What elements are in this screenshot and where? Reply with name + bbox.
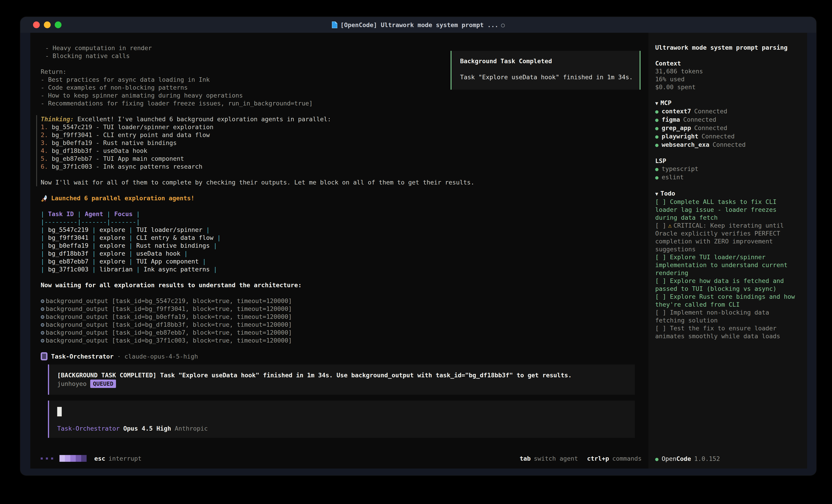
esc-hint: esc interrupt <box>94 455 141 462</box>
version-number: 1.0.152 <box>694 455 720 463</box>
todo-item: [ ] Complete ALL tasks to fix CLI loader… <box>655 198 797 222</box>
agent-model: claude-opus-4-5-high <box>125 353 198 360</box>
thinking-block: Thinking:Excellent! I've launched 6 back… <box>36 115 642 186</box>
tool-call-line: ⚙background_output [task_id=bg_f9ff3041,… <box>41 305 642 313</box>
context-heading: Context <box>655 59 797 67</box>
status-dot-icon: ● <box>655 108 658 116</box>
status-dot-icon: ● <box>655 455 658 463</box>
lsp-server-row: ●eslint <box>655 173 797 181</box>
input-model[interactable]: Opus 4.5 High <box>123 424 171 432</box>
gear-icon: ⚙ <box>41 313 46 320</box>
table-row: |bg_df18bb3f|explore|useData hook| <box>41 250 642 257</box>
tool-result-line: - How to keep spinner animating during h… <box>41 91 642 100</box>
titlebar[interactable]: [OpenCode] Ultrawork mode system prompt … <box>20 17 816 33</box>
todo-item: [ ] Implement non-blocking data fetching… <box>655 308 797 324</box>
agent-name: Task-Orchestrator <box>51 353 113 360</box>
status-dot-icon: ● <box>655 133 658 141</box>
thinking-item: 5.bg_eb87ebb7 - TUI App main component <box>41 155 642 163</box>
todo-item: [ ]⚠CRITICAL: Keep iterating until Oracl… <box>655 222 797 253</box>
context-spent: $0.00 spent <box>655 83 797 91</box>
context-used: 16% used <box>655 75 797 83</box>
thinking-outro: Now I'll wait for all of them to complet… <box>41 178 628 186</box>
thinking-item: 6.bg_37f1c003 - Ink async patterns resea… <box>41 163 642 170</box>
table-pipe: | <box>107 211 110 218</box>
table-row: |bg_5547c219|explore|TUI loader/spinner| <box>41 226 642 234</box>
table-row: |bg_b0effa19|explore|Rust native binding… <box>41 242 642 250</box>
status-dot-icon: ● <box>655 165 658 173</box>
table-header-row: |Task ID|Agent|Focus| <box>41 210 642 218</box>
todo-item: [ ] Explore Rust core bindings and how t… <box>655 292 797 308</box>
text-cursor <box>57 407 62 416</box>
gear-icon: ⚙ <box>41 321 46 328</box>
todo-section-header[interactable]: ▼Todo <box>655 190 797 198</box>
gear-icon: ⚙ <box>41 329 46 336</box>
window-title: [OpenCode] Ultrawork mode system prompt … <box>20 21 816 28</box>
tool-call-line: ⚙background_output [task_id=bg_b0effa19,… <box>41 313 642 320</box>
lsp-server-row: ●typescript <box>655 165 797 173</box>
thinking-intro: Thinking:Excellent! I've launched 6 back… <box>41 115 642 123</box>
separator-dot: · <box>117 353 121 360</box>
table-separator: |---------|-------|-------| <box>41 218 642 226</box>
thinking-item: 4.bg_df18bb3f - useData hook <box>41 147 642 155</box>
sidebar: Ultrawork mode system prompt parsing Con… <box>648 33 807 469</box>
prompt-input[interactable]: Task-Orchestrator Opus 4.5 High Anthropi… <box>48 400 635 438</box>
mcp-server-row: ●grep_appConnected <box>655 124 797 132</box>
main-statusbar: esc interrupt tab switch agent ctrl+p co… <box>30 446 648 469</box>
response-headline: Launched 6 parallel exploration agents! <box>41 194 642 202</box>
mcp-server-row: ●figmaConnected <box>655 116 797 124</box>
todo-item: [ ] Explore how data is fetched and pass… <box>655 277 797 292</box>
tool-call-list: ⚙background_output [task_id=bg_5547c219,… <box>41 297 642 344</box>
table-pipe: | <box>78 211 81 218</box>
queued-message-text: [BACKGROUND TASK COMPLETED] Task "Explor… <box>57 371 630 379</box>
thinking-item: 3.bg_b0effa19 - Rust native bindings <box>41 139 642 147</box>
rocket-icon <box>41 195 48 202</box>
queued-message[interactable]: [BACKGROUND TASK COMPLETED] Task "Explor… <box>48 364 635 395</box>
gear-icon: ⚙ <box>41 305 46 312</box>
ctrlp-hint: ctrl+p commands <box>587 455 642 462</box>
tool-call-line: ⚙background_output [task_id=bg_5547c219,… <box>41 297 642 305</box>
working-spinner <box>41 455 86 462</box>
queued-author: junhoyeo <box>57 380 86 388</box>
notification-title: Background Task Completed <box>460 58 640 64</box>
thinking-item: 1.bg_5547c219 - TUI loader/spinner explo… <box>41 123 642 131</box>
todo-item: [ ] Test the fix to ensure loader animat… <box>655 324 797 340</box>
gear-icon: ⚙ <box>41 337 46 344</box>
waiting-line: Now waiting for all exploration results … <box>41 281 642 289</box>
thinking-item: 2.bg_f9ff3041 - CLI entry point and data… <box>41 131 642 139</box>
table-pipe: | <box>136 211 140 218</box>
status-dot-icon: ● <box>655 116 658 124</box>
proxy-circle-icon: ○ <box>501 22 504 28</box>
status-dot-icon: ● <box>655 124 658 132</box>
mcp-server-row: ●playwrightConnected <box>655 132 797 141</box>
input-provider: Anthropic <box>175 424 208 432</box>
gear-icon: ⚙ <box>41 298 46 304</box>
chevron-down-icon[interactable]: ▼ <box>655 101 660 106</box>
lsp-heading: LSP <box>655 157 797 165</box>
input-agent-name[interactable]: Task-Orchestrator <box>57 424 120 432</box>
window-title-text: [OpenCode] Ultrawork mode system prompt … <box>340 22 498 28</box>
agent-avatar-icon <box>41 352 48 360</box>
todo-item: [ ] Explore TUI loader/spinner implement… <box>655 253 797 277</box>
mcp-section-header[interactable]: ▼MCP <box>655 99 797 107</box>
session-title: Ultrawork mode system prompt parsing <box>655 44 797 52</box>
document-icon <box>332 21 338 28</box>
chevron-down-icon[interactable]: ▼ <box>655 191 660 197</box>
content-row: Background Task Completed Task "Explore … <box>20 33 816 475</box>
table-row: |bg_37f1c003|librarian|Ink async pattern… <box>41 265 642 273</box>
notification-body: Task "Explore useData hook" finished in … <box>460 74 640 81</box>
table-row: |bg_eb87ebb7|explore|TUI App component| <box>41 257 642 265</box>
tool-call-line: ⚙background_output [task_id=bg_eb87ebb7,… <box>41 329 642 336</box>
queued-status-badge: QUEUED <box>90 380 116 388</box>
terminal-main-pane: Background Task Completed Task "Explore … <box>30 33 648 469</box>
thinking-label: Thinking: <box>41 116 74 122</box>
mcp-server-row: ●context7Connected <box>655 107 797 116</box>
agent-footer: Task-Orchestrator · claude-opus-4-5-high <box>41 352 642 360</box>
conversation-scrollback[interactable]: - Heavy computation in render - Blocking… <box>30 33 648 446</box>
tool-call-line: ⚙background_output [task_id=bg_37f1c003,… <box>41 336 642 344</box>
warning-icon: ⚠ <box>666 222 674 229</box>
table-pipe: | <box>41 211 44 218</box>
context-tokens: 31,686 tokens <box>655 67 797 75</box>
background-task-notification[interactable]: Background Task Completed Task "Explore … <box>450 51 641 90</box>
opencode-version: ● OpenCode 1.0.152 <box>655 455 797 463</box>
table-row: |bg_f9ff3041|explore|CLI entry & data fl… <box>41 234 642 242</box>
